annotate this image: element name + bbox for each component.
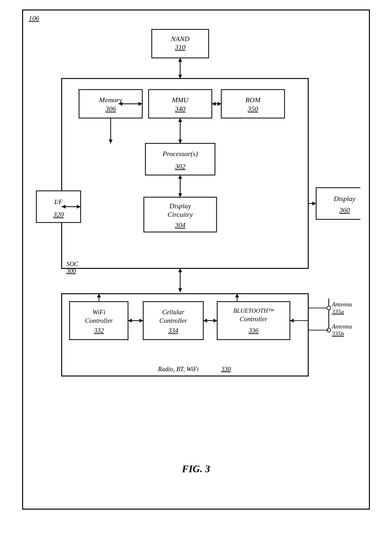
svg-text:Radio, BT, WiFi: Radio, BT, WiFi: [158, 366, 199, 373]
svg-marker-40: [178, 268, 182, 272]
svg-text:Processor(s): Processor(s): [162, 150, 198, 158]
svg-text:334: 334: [168, 327, 178, 334]
svg-rect-48: [316, 188, 360, 219]
svg-text:330: 330: [221, 366, 231, 373]
svg-text:Antenna: Antenna: [331, 301, 352, 308]
svg-text:MMU: MMU: [172, 96, 189, 104]
svg-text:320: 320: [53, 210, 64, 218]
svg-text:NAND: NAND: [171, 35, 190, 43]
svg-text:360: 360: [339, 206, 350, 214]
svg-text:Memory: Memory: [99, 96, 122, 104]
svg-text:Controller: Controller: [159, 317, 187, 324]
svg-text:335b: 335b: [332, 330, 344, 337]
svg-text:300: 300: [66, 267, 76, 274]
svg-marker-4: [178, 58, 182, 62]
diagram-svg: NAND 310 SOC 300 Memory 306 ROM 350 MMU …: [32, 23, 360, 450]
svg-text:Display: Display: [334, 195, 356, 203]
svg-text:304: 304: [175, 221, 186, 229]
figure-label: 106: [29, 14, 39, 22]
svg-marker-5: [178, 75, 182, 78]
svg-text:Circuitry: Circuitry: [168, 210, 193, 218]
svg-text:ROM: ROM: [245, 96, 261, 104]
svg-rect-12: [221, 90, 285, 118]
svg-text:Cellular: Cellular: [162, 308, 185, 316]
svg-text:302: 302: [175, 162, 186, 170]
svg-text:335a: 335a: [332, 308, 344, 315]
svg-point-80: [327, 306, 331, 310]
svg-text:BLUETOOTH™: BLUETOOTH™: [233, 307, 274, 314]
svg-text:Controller: Controller: [240, 315, 268, 323]
svg-text:310: 310: [175, 43, 186, 51]
svg-marker-52: [312, 202, 316, 205]
svg-text:SOC: SOC: [66, 260, 78, 267]
svg-text:Display: Display: [169, 202, 191, 210]
page-container: 106 NAND 310 SOC 300 Memory 306 ROM 350 …: [22, 9, 370, 510]
svg-text:350: 350: [248, 105, 258, 113]
svg-text:WiFi: WiFi: [93, 308, 106, 316]
svg-text:332: 332: [94, 327, 104, 334]
svg-text:306: 306: [105, 105, 116, 113]
svg-text:Controller: Controller: [85, 317, 113, 324]
svg-marker-41: [178, 288, 182, 292]
svg-text:Antenna: Antenna: [331, 323, 352, 330]
svg-text:340: 340: [175, 105, 186, 113]
svg-rect-15: [149, 90, 212, 118]
svg-text:I/F: I/F: [54, 198, 63, 206]
svg-text:336: 336: [248, 327, 259, 334]
figure-caption: FIG. 3: [182, 463, 210, 475]
svg-rect-29: [145, 143, 215, 175]
